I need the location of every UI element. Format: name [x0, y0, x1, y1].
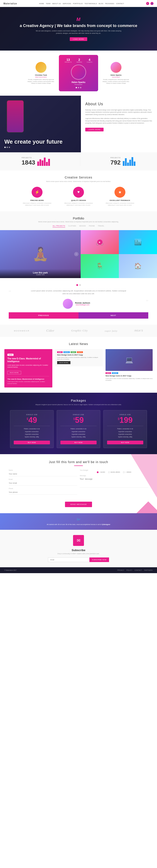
partner-graphic: Graphic City — [71, 329, 88, 332]
service-name-2: Quality Design — [61, 199, 96, 202]
nav-team[interactable]: Team — [46, 3, 51, 4]
package-price-2: $ 59 — [60, 416, 97, 424]
nav-home[interactable]: Home — [39, 3, 44, 4]
footer-contact[interactable]: Contact — [134, 569, 142, 571]
nav-services[interactable]: Services — [63, 3, 71, 4]
dot-1[interactable] — [76, 87, 77, 88]
name-input[interactable] — [9, 472, 77, 476]
radio-circle-3[interactable] — [123, 471, 125, 473]
radio-option-3[interactable]: > $5000 — [123, 471, 131, 473]
portfolio-item-bike[interactable]: 🚲 ▶ — [81, 230, 119, 254]
tag-design2: DESIGN — [112, 372, 118, 374]
package-buy-btn-1[interactable]: BUY NOW — [14, 441, 50, 444]
email-input[interactable] — [9, 481, 77, 486]
portfolio-item-large[interactable]: 🧘 Love this park Subtitle here › — [0, 230, 81, 278]
filter-design[interactable]: DESIGN — [80, 225, 86, 227]
bar — [134, 161, 135, 166]
pkg-feat-1-4: System diversity, utility — [14, 436, 50, 438]
portfolio-next-arrow[interactable]: › — [74, 252, 78, 256]
about-title: About Us — [85, 102, 153, 106]
dot-3[interactable] — [80, 87, 81, 88]
news-featured-sub-desc: Lorem ipsum dolor sit amet, consectetur … — [7, 381, 49, 384]
slide-dot-2[interactable] — [6, 147, 8, 148]
portfolio-item-city[interactable]: 🏙️ — [119, 230, 157, 254]
subscribe-button[interactable]: SUBSCRIBE NOW — [89, 557, 109, 562]
service-desc-1: Ullamcorper volutpat el, consectetur con… — [20, 202, 55, 206]
packages-desc: Aliquam longbore ipsum laoreet placerat,… — [35, 404, 122, 406]
service-icon-precise: ⚡ — [32, 187, 42, 198]
send-message-button[interactable]: SEND MESSAGE — [65, 502, 92, 507]
about-cta-button[interactable]: LEARN MORE — [85, 128, 103, 131]
service-name-3: Excellent Feedback — [102, 199, 137, 202]
portfolio-item-tables[interactable]: 🪑 — [81, 254, 119, 278]
package-buy-btn-2[interactable]: BUY NOW — [60, 441, 97, 444]
news-featured-read-btn[interactable]: READ MORE — [7, 371, 21, 374]
slide-dot-3[interactable] — [9, 147, 10, 148]
play-icon[interactable]: ▶ — [97, 240, 102, 245]
stat-clients: 4 CLIENTS — [87, 58, 92, 63]
nav-packages[interactable]: Packages — [105, 3, 114, 4]
testi-dot-1[interactable] — [76, 284, 78, 286]
package-type-1: SINGLE USE — [14, 414, 50, 415]
filter-travel[interactable]: TRAVEL — [98, 225, 104, 227]
dot-2[interactable] — [78, 87, 79, 88]
twitter-link[interactable]: @designer — [102, 523, 110, 525]
filter-phone[interactable]: PHONE — [89, 225, 95, 227]
team-name-christian: Christian Tusk — [26, 74, 56, 76]
bar-chart-1 — [37, 157, 50, 166]
portfolio-item-interior[interactable]: 🏠 — [119, 254, 157, 278]
footer-policy[interactable]: Policy — [126, 569, 132, 571]
testi-dot-2[interactable] — [79, 284, 81, 286]
subscribe-desc: Drop a community of 2500+ readers with a… — [41, 553, 116, 555]
phone-input[interactable] — [9, 490, 77, 495]
testimonials-section: " Lorem ipsum dolor sit amet, consectetu… — [0, 278, 157, 325]
contact-form-grid: Name Email Phone Your Budget < $1000 $10… — [9, 469, 148, 497]
search-icon[interactable]: 🔍 — [146, 2, 149, 5]
subscribe-email-input[interactable] — [48, 557, 89, 562]
about-text-1: Radically, human-centered design never e… — [85, 109, 153, 116]
we-create-panel: We create your future — [0, 96, 81, 152]
slider-dots — [4, 147, 63, 148]
about-text-2: Legal and effectiveness data collection … — [85, 118, 153, 124]
news-section: Latest News NEWS The new E-Class. Master… — [0, 337, 157, 393]
stat-block-2: Projects 792 — [110, 157, 135, 166]
footer-privacy[interactable]: Privacy — [117, 569, 124, 571]
price-amount-3: 199 — [120, 416, 133, 424]
news-read-btn[interactable]: READ MORE — [57, 361, 70, 364]
nav-contact[interactable]: Contact — [116, 3, 124, 4]
nav-about[interactable]: About Us — [52, 3, 61, 4]
stat-awards: 2 AWARDS — [76, 58, 82, 63]
team-featured-card: 13 PROJECTS 2 AWARDS 4 CLIENTS Helen Spa… — [59, 55, 98, 91]
radio-circle-2[interactable] — [108, 471, 110, 473]
nav-portfolio[interactable]: Portfolio — [73, 3, 83, 4]
nav-testimonials[interactable]: Testimonials — [84, 3, 97, 4]
filter-all[interactable]: ALL PROJECTS — [53, 225, 65, 227]
hero-cta-button[interactable]: LOAD MORE — [70, 37, 87, 41]
slide-dot-1[interactable] — [4, 147, 6, 148]
testi-name: Ronnie Jackson — [75, 302, 90, 304]
user-icon[interactable]: 👤 — [151, 2, 154, 5]
footer-partners[interactable]: Partners — [144, 569, 153, 571]
radio-option-1[interactable]: < $1000 — [97, 471, 105, 473]
news-small-1: NEWS DESIGN VIDEO PHOTO New Design tools… — [55, 349, 103, 367]
service-icon-quality: ♥ — [73, 187, 84, 198]
contact-title: Just fill this form and we'll be in touc… — [9, 460, 148, 464]
avatar-christian — [35, 62, 46, 73]
pkg-feat-2-4: System diversity, utility — [60, 436, 97, 438]
testi-next-button[interactable]: NEXT — [78, 312, 148, 319]
radio-circle-1[interactable] — [97, 471, 99, 473]
contact-section: Just fill this form and we'll be in touc… — [0, 454, 157, 513]
nav-blog[interactable]: Blog — [99, 3, 103, 4]
nav-icons: 🔍 👤 — [146, 2, 154, 5]
filter-clothes[interactable]: CLOTHES — [68, 225, 76, 227]
news-featured-sub: The new E-Class. Mastermind of Intellige… — [7, 376, 49, 384]
testi-prev-button[interactable]: PREVIOUS — [9, 312, 78, 319]
package-buy-btn-3[interactable]: BUY NOW — [107, 441, 143, 444]
team-desc-christian: Proudly, straightforward, delivering app… — [26, 79, 56, 84]
center-sub: Photographer — [62, 84, 95, 85]
radio-option-2[interactable]: $1000–$5000 — [108, 471, 120, 473]
pkg-feat-1-1: Pellent, consectetur in do — [14, 428, 50, 430]
stat-value-1: 1843 — [22, 159, 35, 166]
pkg-feat-1-2: Imperdiet consectetur — [14, 431, 50, 433]
news-img-title: New Design tools in 2017 Copy — [105, 375, 153, 377]
